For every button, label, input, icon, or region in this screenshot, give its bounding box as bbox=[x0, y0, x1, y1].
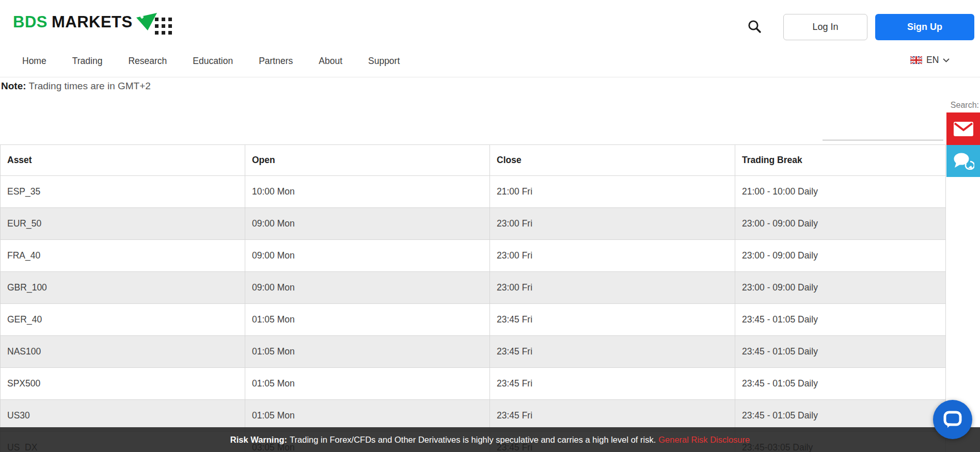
nav-item-partners[interactable]: Partners bbox=[259, 56, 293, 67]
table-cell: GER_40 bbox=[1, 304, 245, 336]
email-contact-button[interactable] bbox=[946, 112, 980, 145]
chat-launcher-button[interactable] bbox=[933, 400, 972, 439]
signup-button[interactable]: Sign Up bbox=[875, 14, 974, 40]
table-cell: 09:00 Mon bbox=[245, 240, 490, 272]
nav-item-home[interactable]: Home bbox=[22, 56, 46, 67]
chat-bubbles-icon bbox=[953, 152, 974, 170]
note-label: Note: bbox=[1, 80, 26, 91]
table-cell: GBR_100 bbox=[1, 272, 245, 304]
note-text: Trading times are in GMT+2 bbox=[26, 80, 151, 91]
gmt-note: Note: Trading times are in GMT+2 bbox=[1, 80, 151, 92]
table-row[interactable]: ESP_3510:00 Mon21:00 Fri21:00 - 10:00 Da… bbox=[1, 176, 946, 208]
risk-warning-text: Trading in Forex/CFDs and Other Derivati… bbox=[290, 435, 656, 445]
risk-warning-bar: Risk Warning: Trading in Forex/CFDs and … bbox=[0, 427, 980, 452]
table-cell: 23:00 - 09:00 Daily bbox=[735, 272, 946, 304]
login-button[interactable]: Log In bbox=[783, 14, 867, 40]
table-cell: NAS100 bbox=[1, 336, 245, 368]
chat-launcher-icon bbox=[943, 411, 962, 428]
table-cell: 23:45 - 01:05 Daily bbox=[735, 336, 946, 368]
apps-grid-icon[interactable] bbox=[155, 18, 172, 35]
table-cell: 23:45 Fri bbox=[490, 336, 735, 368]
logo-text-markets: MARKETS bbox=[52, 13, 133, 31]
table-cell: 10:00 Mon bbox=[245, 176, 490, 208]
header-divider bbox=[0, 77, 980, 77]
table-row[interactable]: SPX50001:05 Mon23:45 Fri23:45 - 01:05 Da… bbox=[1, 368, 946, 400]
table-cell: 23:00 Fri bbox=[490, 272, 735, 304]
language-code: EN bbox=[926, 55, 939, 66]
risk-warning-label: Risk Warning: bbox=[230, 435, 287, 445]
logo-arrow-icon bbox=[136, 12, 157, 32]
table-cell: 01:05 Mon bbox=[245, 368, 490, 400]
table-header-row: Asset Open Close Trading Break bbox=[1, 145, 946, 176]
logo-text-bds: BDS bbox=[13, 13, 48, 31]
nav-item-trading[interactable]: Trading bbox=[72, 56, 103, 67]
table-row[interactable]: NAS10001:05 Mon23:45 Fri23:45 - 01:05 Da… bbox=[1, 336, 946, 368]
table-cell: 09:00 Mon bbox=[245, 272, 490, 304]
table-cell: 23:45 - 01:05 Daily bbox=[735, 368, 946, 400]
col-header-open[interactable]: Open bbox=[245, 145, 490, 176]
table-cell: EUR_50 bbox=[1, 208, 245, 240]
nav-item-research[interactable]: Research bbox=[128, 56, 167, 67]
uk-flag-icon bbox=[910, 56, 922, 64]
table-cell: FRA_40 bbox=[1, 240, 245, 272]
live-chat-button[interactable] bbox=[946, 145, 980, 177]
table-cell: 01:05 Mon bbox=[245, 304, 490, 336]
table-cell: 23:45 Fri bbox=[490, 304, 735, 336]
table-row[interactable]: GER_4001:05 Mon23:45 Fri23:45 - 01:05 Da… bbox=[1, 304, 946, 336]
trading-times-table: Asset Open Close Trading Break ESP_3510:… bbox=[0, 144, 945, 452]
table-row[interactable]: GBR_10009:00 Mon23:00 Fri23:00 - 09:00 D… bbox=[1, 272, 946, 304]
main-nav: Home Trading Research Education Partners… bbox=[22, 56, 400, 67]
table-cell: 01:05 Mon bbox=[245, 336, 490, 368]
col-header-trading-break[interactable]: Trading Break bbox=[735, 145, 946, 176]
table-cell: ESP_35 bbox=[1, 176, 245, 208]
table-cell: 09:00 Mon bbox=[245, 208, 490, 240]
table-cell: 23:00 Fri bbox=[490, 208, 735, 240]
nav-item-support[interactable]: Support bbox=[368, 56, 400, 67]
chevron-down-icon bbox=[943, 58, 950, 62]
table-cell: 23:45 Fri bbox=[490, 368, 735, 400]
envelope-icon bbox=[953, 121, 974, 137]
brand-logo[interactable]: BDS MARKETS bbox=[13, 12, 157, 32]
nav-item-about[interactable]: About bbox=[319, 56, 342, 67]
table-cell: 23:45 - 01:05 Daily bbox=[735, 304, 946, 336]
nav-item-education[interactable]: Education bbox=[193, 56, 233, 67]
table-search-label: Search: bbox=[951, 101, 979, 110]
risk-disclosure-link[interactable]: General Risk Disclosure bbox=[658, 435, 750, 445]
table-cell: 21:00 Fri bbox=[490, 176, 735, 208]
table-cell: 23:00 - 09:00 Daily bbox=[735, 208, 946, 240]
table-search-input[interactable] bbox=[823, 122, 943, 140]
table-row[interactable]: EUR_5009:00 Mon23:00 Fri23:00 - 09:00 Da… bbox=[1, 208, 946, 240]
search-icon[interactable] bbox=[747, 19, 762, 34]
language-selector[interactable]: EN bbox=[910, 55, 950, 66]
table-cell: 23:00 - 09:00 Daily bbox=[735, 240, 946, 272]
table-cell: SPX500 bbox=[1, 368, 245, 400]
col-header-close[interactable]: Close bbox=[490, 145, 735, 176]
col-header-asset[interactable]: Asset bbox=[1, 145, 245, 176]
table-row[interactable]: FRA_4009:00 Mon23:00 Fri23:00 - 09:00 Da… bbox=[1, 240, 946, 272]
table-cell: 23:00 Fri bbox=[490, 240, 735, 272]
table-cell: 21:00 - 10:00 Daily bbox=[735, 176, 946, 208]
